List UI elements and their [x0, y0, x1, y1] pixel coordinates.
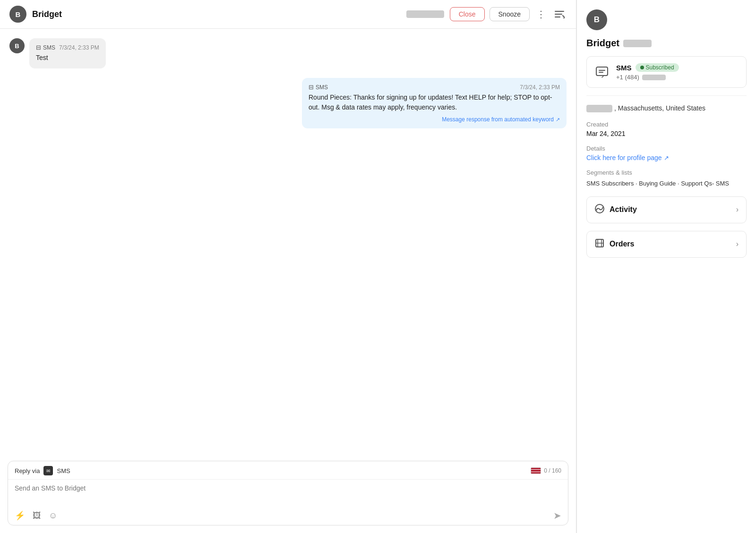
svg-rect-3: [596, 67, 608, 76]
send-button[interactable]: ➤: [553, 510, 561, 521]
header-actions: Close Snooze ⋮: [450, 7, 567, 22]
sidebar-name-blurred: [623, 40, 652, 47]
reply-channel-label: SMS: [57, 467, 70, 474]
chevron-right-icon: ›: [736, 205, 739, 214]
sidebar-header: B: [586, 9, 747, 30]
activity-card-left: Activity: [594, 203, 637, 216]
message-meta: ⊟ SMS 7/3/24, 2:33 PM: [309, 84, 560, 91]
subscribed-dot: [640, 66, 644, 69]
message-text: Round Pieces: Thanks for signing up for …: [309, 93, 560, 112]
phone-number: +1 (484): [616, 74, 639, 81]
chevron-right-icon: ›: [736, 240, 739, 248]
message-timestamp: 7/3/24, 2:33 PM: [59, 44, 99, 51]
more-options-button[interactable]: ⋮: [534, 7, 548, 22]
character-count: 0 / 160: [531, 467, 561, 474]
reply-via-text: Reply via: [15, 467, 40, 474]
table-row: B ⊟ SMS 7/3/24, 2:33 PM Test: [9, 38, 567, 68]
created-section: Created Mar 24, 2021: [586, 121, 747, 137]
table-row: ⊟ SMS 7/3/24, 2:33 PM Round Pieces: Than…: [9, 78, 567, 128]
orders-card[interactable]: Orders ›: [586, 231, 747, 258]
orders-card-left: Orders: [594, 238, 634, 251]
quick-reply-icon[interactable]: ⚡: [15, 510, 25, 521]
channel-label: ⊟ SMS: [36, 44, 55, 51]
sidebar-contact-name: Bridget: [586, 38, 619, 49]
sms-channel-icon: ✉: [43, 466, 53, 475]
location-city-blurred: [586, 105, 612, 112]
conversation-panel: B Bridget Close Snooze ⋮ B: [0, 0, 576, 533]
sms-subscription-card: SMS Subscribed +1 (484): [586, 56, 747, 88]
activity-label: Activity: [610, 205, 637, 214]
sidebar-avatar: B: [586, 9, 607, 30]
avatar: B: [9, 6, 26, 23]
phone-row: +1 (484): [616, 74, 679, 81]
incoming-message-bubble: ⊟ SMS 7/3/24, 2:33 PM Test: [29, 38, 106, 68]
subscribed-label: Subscribed: [646, 64, 674, 71]
outgoing-message-bubble: ⊟ SMS 7/3/24, 2:33 PM Round Pieces: Than…: [302, 78, 567, 128]
location-text: , Massachusetts, United States: [614, 103, 705, 113]
sidebar-name-row: Bridget: [586, 38, 747, 49]
reply-input[interactable]: [8, 480, 568, 504]
profile-link-text: Click here for profile page: [586, 154, 662, 161]
message-list: B ⊟ SMS 7/3/24, 2:33 PM Test ⊟ SMS: [0, 29, 576, 461]
divider: [586, 95, 747, 96]
snooze-button[interactable]: Snooze: [490, 7, 530, 21]
reply-header: Reply via ✉ SMS 0 / 160: [8, 461, 568, 480]
sms-icon: ⊟: [309, 84, 314, 91]
reply-footer: ⚡ 🖼 ☺ ➤: [8, 506, 568, 525]
avatar: B: [9, 38, 25, 53]
contact-name-blurred: [406, 10, 444, 18]
emoji-icon[interactable]: ☺: [49, 511, 57, 521]
close-button[interactable]: Close: [450, 7, 485, 21]
created-label: Created: [586, 121, 747, 128]
subscribed-badge: Subscribed: [636, 63, 679, 72]
flag-icon: [531, 467, 541, 474]
orders-icon: [594, 238, 605, 251]
message-timestamp: 7/3/24, 2:33 PM: [520, 84, 560, 91]
sms-icon: ⊟: [36, 44, 41, 51]
segments-label: Segments & lists: [586, 169, 747, 176]
message-text: Test: [36, 53, 99, 63]
orders-label: Orders: [610, 240, 634, 248]
segments-section: Segments & lists SMS Subscribers · Buyin…: [586, 169, 747, 189]
image-icon[interactable]: 🖼: [33, 511, 41, 521]
location-section: , Massachusetts, United States: [586, 103, 747, 113]
channel-label: ⊟ SMS: [309, 84, 328, 91]
sms-label: SMS: [616, 64, 632, 72]
location-row: , Massachusetts, United States: [586, 103, 747, 113]
profile-page-link[interactable]: Click here for profile page ↗: [586, 154, 747, 161]
details-label: Details: [586, 145, 747, 152]
phone-blurred: [642, 75, 666, 80]
sms-label-row: SMS Subscribed: [616, 63, 679, 72]
sms-card-icon: [593, 63, 610, 80]
external-link-icon: ↗: [664, 154, 669, 161]
segments-value: SMS Subscribers · Buying Guide · Support…: [586, 179, 747, 189]
details-section: Details Click here for profile page ↗: [586, 145, 747, 161]
sort-icon[interactable]: [552, 8, 567, 20]
reply-composer: Reply via ✉ SMS 0 / 160 ⚡ 🖼 ☺ ➤: [8, 461, 568, 525]
activity-card[interactable]: Activity ›: [586, 196, 747, 223]
reply-via-label: Reply via ✉ SMS: [15, 466, 70, 475]
contact-sidebar: B Bridget SMS Subscribed +1 (484: [576, 0, 756, 533]
activity-icon: [594, 203, 605, 216]
contact-name: Bridget: [32, 9, 401, 19]
external-link-icon: ↗: [556, 117, 560, 123]
auto-keyword-link[interactable]: Message response from automated keyword …: [309, 116, 560, 123]
message-meta: ⊟ SMS 7/3/24, 2:33 PM: [36, 44, 99, 51]
sms-card-info: SMS Subscribed +1 (484): [616, 63, 679, 81]
conversation-header: B Bridget Close Snooze ⋮: [0, 0, 576, 29]
created-date: Mar 24, 2021: [586, 130, 747, 137]
char-count-value: 0 / 160: [544, 467, 561, 474]
